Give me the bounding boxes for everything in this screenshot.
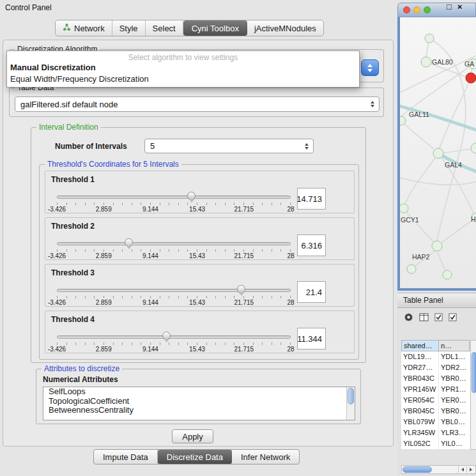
column-header-shared-name[interactable]: shared… [401,340,439,351]
network-edge[interactable] [401,121,434,149]
cell-name[interactable]: YER0… [439,395,470,406]
slider-thumb[interactable] [162,332,171,340]
scrollbar-thumb[interactable] [472,352,476,393]
slider-track[interactable] [57,196,291,199]
apply-button[interactable]: Apply [172,429,213,443]
cell-shared-name[interactable]: YDR27… [401,362,439,373]
cell-shared-name[interactable]: YIL052C [401,438,439,449]
network-node-GAL4[interactable] [433,148,443,158]
network-node[interactable] [443,270,452,279]
cell-shared-name[interactable]: YBR043C [401,373,439,384]
cell-name[interactable]: YLR3… [439,427,470,438]
cell-shared-name[interactable]: YBR045C [401,406,439,417]
cell-shared-name[interactable]: YLR345W [401,427,439,438]
tab-jactivemodules[interactable]: jActiveMNodules [247,20,323,36]
close-panel-button[interactable]: × [457,1,463,13]
cell-name[interactable]: YBL0… [439,417,470,427]
close-window-icon[interactable] [403,6,410,13]
scroll-left-button[interactable] [458,466,466,473]
tab-impute-data[interactable]: Impute Data [94,450,158,464]
slider-track[interactable] [57,289,291,292]
minimize-window-icon[interactable] [413,6,420,13]
table-row[interactable]: YBR043CYBR0… [401,373,470,384]
attributes-scrollbar[interactable] [346,387,355,420]
column-header-name[interactable]: n… [438,340,470,351]
table-vertical-scrollbar[interactable] [470,340,476,450]
cell-name[interactable]: YIL0… [439,438,470,449]
network-node-HAP2[interactable] [432,241,442,251]
threshold-value-field[interactable]: 11.344 [297,328,326,349]
table-row[interactable]: YER054CYER0… [401,395,470,406]
slider-thumb[interactable] [125,238,133,247]
network-edge-highlighted[interactable] [400,105,476,131]
list-item[interactable]: TopologicalCoefficient [43,397,355,406]
tab-cyni-toolbox[interactable]: Cyni Toolbox [183,20,247,36]
cell-shared-name[interactable]: YPR145W [401,384,439,395]
cell-shared-name[interactable]: YBL079W [401,417,439,427]
network-edge[interactable] [404,208,433,242]
network-node[interactable] [466,73,476,83]
show-columns-icon[interactable] [419,313,429,323]
table-data-combobox[interactable]: galFiltered.sif default node [15,96,380,112]
network-node[interactable] [425,34,434,43]
network-edge[interactable] [406,153,438,203]
cell-name[interactable]: YBR0… [439,373,470,384]
control-panel-tabs: Network Style Select Cyni Toolbox jActiv… [55,20,324,36]
cell-shared-name[interactable]: YDL19… [401,351,439,362]
algorithm-option-manual-discretization[interactable]: Manual Discretization [7,62,359,73]
scroll-right-button[interactable] [466,466,475,473]
settings-gear-icon[interactable] [404,312,413,324]
attributes-list[interactable]: SelfLoops TopologicalCoefficient Between… [43,387,355,420]
table-row[interactable]: YBR045CYBR0… [401,406,470,417]
network-edge[interactable] [400,177,476,185]
slider-track[interactable] [57,335,291,339]
threshold-value-field[interactable]: 14.713 [297,188,326,210]
threshold-slider[interactable]: -3.426 2.859 9.144 15.43 21.715 28 [57,284,291,307]
cell-name[interactable]: YDR2… [439,362,470,373]
unselect-columns-icon[interactable] [449,313,457,323]
network-edge[interactable] [437,221,472,246]
network-edge[interactable] [438,148,476,153]
table-row[interactable]: YPR145WYPR1… [401,384,470,395]
network-node-GCY1[interactable] [400,204,408,213]
table-row[interactable]: YDL19…YDL1… [401,351,470,362]
zoom-window-icon[interactable] [424,6,431,13]
network-node-GAL80[interactable] [421,57,431,67]
scrollbar-thumb[interactable] [403,466,432,473]
tab-style[interactable]: Style [112,20,146,36]
cell-shared-name[interactable]: YER054C [401,395,439,406]
network-canvas[interactable]: GAL80GAGAL11GAL4GCY1HAP2H [397,17,476,291]
network-node[interactable] [407,265,416,273]
network-node-GAL11[interactable] [400,116,406,125]
tab-infer-network[interactable]: Infer Network [232,450,299,464]
table-horizontal-scrollbar[interactable] [401,465,476,474]
tab-select[interactable]: Select [146,20,183,36]
algorithm-option-equal-width-frequency[interactable]: Equal Width/Frequency Discretization [7,73,359,85]
threshold-value-field[interactable]: 6.316 [297,234,326,256]
list-item[interactable]: SelfLoops [43,387,355,397]
threshold-slider[interactable]: -3.426 2.859 9.144 15.43 21.715 28 [57,190,291,213]
table-row[interactable]: YLR345WYLR3… [401,427,470,438]
list-item[interactable]: BetweennessCentrality [43,406,355,415]
network-node[interactable] [471,143,476,153]
threshold-slider[interactable]: -3.426 2.859 9.144 15.43 21.715 28 [57,237,291,260]
float-panel-button[interactable]: □ [447,1,452,13]
table-row[interactable]: YBL079WYBL0… [401,417,470,427]
algorithm-combobox-button[interactable] [361,59,379,76]
threshold-slider[interactable]: -3.426 2.859 9.144 15.43 21.715 28 [57,330,291,353]
cell-name[interactable]: YDL1… [439,351,470,362]
table-row[interactable]: YDR27…YDR2… [401,362,470,373]
table-row[interactable]: YIL052CYIL0… [401,438,470,449]
slider-track[interactable] [57,242,291,245]
tab-discretize-data[interactable]: Discretize Data [158,450,232,464]
network-window-titlebar[interactable] [397,3,476,17]
cell-name[interactable]: YPR1… [439,384,470,395]
tab-network[interactable]: Network [56,20,112,36]
slider-thumb[interactable] [237,285,245,293]
slider-thumb[interactable] [187,192,196,200]
cell-name[interactable]: YBR0… [439,406,470,417]
select-all-columns-icon[interactable] [434,313,443,323]
scrollbar-thumb[interactable] [348,388,354,404]
threshold-value-field[interactable]: 21.4 [297,281,326,303]
num-intervals-combobox[interactable]: 5 [144,139,314,153]
